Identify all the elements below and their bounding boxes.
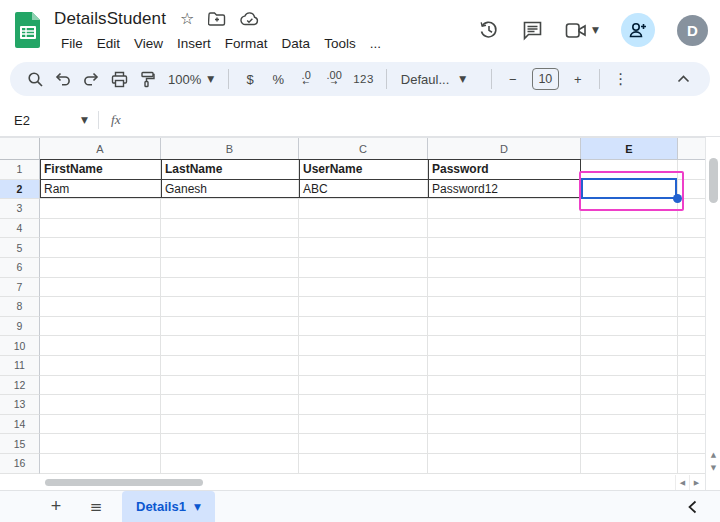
cell-D7[interactable] — [428, 278, 581, 298]
cell-partial-9[interactable] — [678, 317, 705, 337]
cell-D15[interactable] — [428, 434, 581, 454]
cell-E11[interactable] — [581, 356, 678, 376]
cell-B9[interactable] — [161, 317, 299, 337]
decrease-decimal-button[interactable]: .0← — [293, 66, 319, 92]
name-box[interactable]: E2 ▼ — [0, 113, 98, 128]
paint-format-icon[interactable] — [134, 66, 160, 92]
cell-C3[interactable] — [299, 199, 428, 219]
cell-D9[interactable] — [428, 317, 581, 337]
column-header-E[interactable]: E — [581, 138, 678, 160]
cell-C14[interactable] — [299, 415, 428, 435]
row-header-11[interactable]: 11 — [0, 356, 40, 376]
cell-C4[interactable] — [299, 219, 428, 239]
cell-partial-2[interactable] — [678, 180, 705, 200]
cell-C12[interactable] — [299, 376, 428, 396]
cell-E4[interactable] — [581, 219, 678, 239]
cell-B13[interactable] — [161, 395, 299, 415]
cell-E6[interactable] — [581, 258, 678, 278]
cell-A9[interactable] — [40, 317, 161, 337]
add-sheet-icon[interactable]: + — [42, 493, 70, 521]
row-header-14[interactable]: 14 — [0, 415, 40, 435]
menu-item-format[interactable]: Format — [218, 34, 275, 53]
vertical-scrollbar[interactable]: ▲ ▼ — [705, 137, 720, 490]
redo-icon[interactable] — [78, 66, 104, 92]
cell-partial-10[interactable] — [678, 336, 705, 356]
cell-B11[interactable] — [161, 356, 299, 376]
version-history-icon[interactable] — [478, 19, 500, 41]
cell-A5[interactable] — [40, 238, 161, 258]
menu-item-[interactable]: ... — [363, 34, 388, 53]
cell-B15[interactable] — [161, 434, 299, 454]
cell-D4[interactable] — [428, 219, 581, 239]
cell-partial-16[interactable] — [678, 454, 705, 474]
meet-button[interactable]: ▼ — [565, 22, 599, 39]
cell-A8[interactable] — [40, 297, 161, 317]
column-header-D[interactable]: D — [428, 138, 581, 160]
row-header-13[interactable]: 13 — [0, 395, 40, 415]
cell-A7[interactable] — [40, 278, 161, 298]
cell-C11[interactable] — [299, 356, 428, 376]
cell-partial-1[interactable] — [678, 160, 705, 180]
cell-B7[interactable] — [161, 278, 299, 298]
select-all-corner[interactable] — [0, 138, 40, 160]
menu-item-tools[interactable]: Tools — [317, 34, 363, 53]
cell-B16[interactable] — [161, 454, 299, 474]
cell-D6[interactable] — [428, 258, 581, 278]
cell-partial-4[interactable] — [678, 219, 705, 239]
cell-E5[interactable] — [581, 238, 678, 258]
font-family-select[interactable]: Defaul...▼ — [395, 72, 483, 87]
cell-D14[interactable] — [428, 415, 581, 435]
cell-B8[interactable] — [161, 297, 299, 317]
cell-D2[interactable]: Password12 — [428, 180, 581, 200]
column-header-partial[interactable] — [678, 138, 705, 160]
column-header-A[interactable]: A — [40, 138, 161, 160]
menu-item-insert[interactable]: Insert — [170, 34, 218, 53]
cell-A16[interactable] — [40, 454, 161, 474]
cell-C15[interactable] — [299, 434, 428, 454]
row-header-2[interactable]: 2 — [0, 180, 40, 200]
currency-format-button[interactable]: $ — [237, 66, 263, 92]
vertical-scrollbar-thumb[interactable] — [709, 158, 718, 203]
cell-D1[interactable]: Password — [428, 160, 581, 180]
all-sheets-icon[interactable]: ≡ — [82, 493, 110, 521]
cell-C6[interactable] — [299, 258, 428, 278]
increase-decimal-button[interactable]: .00→ — [321, 66, 347, 92]
search-icon[interactable] — [22, 66, 48, 92]
cell-A4[interactable] — [40, 219, 161, 239]
cell-C8[interactable] — [299, 297, 428, 317]
cell-A10[interactable] — [40, 336, 161, 356]
number-format-button[interactable]: 123 — [349, 66, 378, 92]
cell-D5[interactable] — [428, 238, 581, 258]
cell-partial-8[interactable] — [678, 297, 705, 317]
cell-A12[interactable] — [40, 376, 161, 396]
cell-partial-13[interactable] — [678, 395, 705, 415]
cell-A6[interactable] — [40, 258, 161, 278]
percent-format-button[interactable]: % — [265, 66, 291, 92]
cell-A2[interactable]: Ram — [40, 180, 161, 200]
menu-item-view[interactable]: View — [127, 34, 170, 53]
cell-D8[interactable] — [428, 297, 581, 317]
formula-input[interactable] — [131, 104, 720, 136]
menu-item-file[interactable]: File — [54, 34, 90, 53]
row-header-10[interactable]: 10 — [0, 336, 40, 356]
cell-C9[interactable] — [299, 317, 428, 337]
cell-E10[interactable] — [581, 336, 678, 356]
cloud-status-icon[interactable] — [240, 12, 260, 26]
cell-E1[interactable] — [581, 160, 678, 180]
menu-item-edit[interactable]: Edit — [90, 34, 127, 53]
cell-D3[interactable] — [428, 199, 581, 219]
cell-partial-5[interactable] — [678, 238, 705, 258]
increase-font-size-button[interactable]: + — [565, 66, 591, 92]
scroll-down-icon[interactable]: ▼ — [706, 461, 720, 474]
collapse-panel-icon[interactable] — [682, 497, 702, 517]
cell-B4[interactable] — [161, 219, 299, 239]
column-header-B[interactable]: B — [161, 138, 299, 160]
undo-icon[interactable] — [50, 66, 76, 92]
sheet-tab-details1[interactable]: Details1 ▼ — [122, 491, 215, 522]
scroll-right-icon[interactable]: ▶ — [689, 475, 703, 490]
scroll-up-icon[interactable]: ▲ — [706, 448, 720, 461]
cell-B1[interactable]: LastName — [161, 160, 299, 180]
cell-E16[interactable] — [581, 454, 678, 474]
document-title[interactable]: DetailsStudent — [54, 9, 166, 29]
cell-B10[interactable] — [161, 336, 299, 356]
